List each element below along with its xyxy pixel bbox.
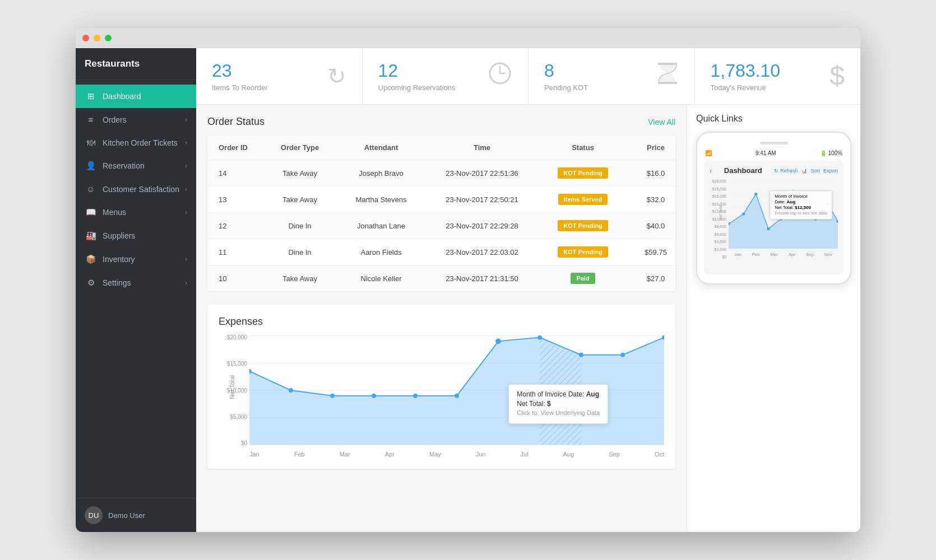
- stat-reservations: 12 Upcoming Reservations: [363, 48, 529, 104]
- sidebar-item-label: Orders: [103, 115, 185, 124]
- phone-speaker: [760, 142, 788, 144]
- main-content: Order Status View All Order ID Order Typ…: [196, 105, 687, 532]
- chevron-right-icon: ›: [185, 255, 187, 263]
- cell-order-id: 12: [219, 222, 263, 230]
- tooltip-net: Net Total: $: [517, 400, 600, 408]
- cell-time: 23-Nov-2017 22:29:28: [426, 222, 538, 230]
- sidebar-item-kitchen[interactable]: 🍽 Kitchen Order Tickets ›: [76, 131, 196, 154]
- chevron-right-icon: ›: [185, 139, 187, 147]
- col-order-id: Order ID: [219, 143, 263, 152]
- cell-price: $32.0: [628, 195, 675, 204]
- chevron-right-icon: ›: [185, 185, 187, 193]
- svg-point-11: [330, 394, 335, 398]
- sidebar-item-reservation[interactable]: 👤 Reservation ›: [76, 154, 196, 178]
- cell-time: 23-Nov-2017 22:50:21: [426, 195, 538, 204]
- stats-row: 23 Items To Reorder ↻ 12 Upcoming Reserv…: [196, 48, 860, 105]
- cell-price: $40.0: [628, 222, 675, 230]
- svg-point-28: [754, 193, 757, 195]
- kitchen-icon: 🍽: [85, 138, 97, 147]
- back-button[interactable]: ‹: [710, 167, 712, 175]
- chevron-right-icon: ›: [185, 208, 187, 216]
- phone-chart-inner: Month of Invoice Date: Aug Net Total: $1…: [729, 179, 838, 257]
- status-badge: KOT Pending: [558, 220, 608, 231]
- sidebar-item-settings[interactable]: ⚙ Settings ›: [76, 271, 196, 295]
- sidebar-item-satisfaction[interactable]: ☺ Customer Satisfaction ›: [76, 178, 196, 200]
- cell-status: Items Served: [538, 194, 628, 205]
- cell-order-type: Dine In: [263, 248, 336, 256]
- sort-button[interactable]: Sort: [810, 168, 820, 174]
- col-order-type: Order Type: [263, 143, 336, 152]
- quick-links-title: Quick Links: [696, 114, 851, 124]
- app-window: Restaurants ⊞ Dashboard ≡ Orders › 🍽 Kit…: [76, 28, 860, 532]
- view-all-link[interactable]: View All: [648, 118, 675, 127]
- right-panel: Quick Links 📶 9:41 AM 🔋 100% ‹ Das: [687, 105, 860, 532]
- sidebar-item-label: Settings: [103, 278, 185, 287]
- status-badge: KOT Pending: [558, 246, 608, 258]
- dollar-icon: $: [830, 63, 845, 90]
- hourglass-icon: [656, 61, 679, 91]
- stat-revenue: 1,783.10 Today's Revenue $: [695, 48, 861, 104]
- sidebar-item-orders[interactable]: ≡ Orders ›: [76, 108, 196, 131]
- reservation-icon: 👤: [85, 161, 97, 171]
- sidebar-item-inventory[interactable]: 📦 Inventory ›: [76, 248, 196, 271]
- phone-tooltip-line3: Net Total: $12,500: [775, 205, 827, 210]
- cell-order-id: 13: [219, 195, 263, 204]
- maximize-button[interactable]: [105, 35, 112, 41]
- cell-price: $59.75: [628, 248, 675, 256]
- expenses-section: Expenses Net Total $20,000 $15,000 $10,0: [207, 305, 675, 469]
- stat-reservations-value: 12: [378, 60, 456, 81]
- sidebar-item-menus[interactable]: 📖 Menus ›: [76, 200, 196, 224]
- cell-status: Paid: [538, 273, 628, 284]
- table-row: 13 Take Away Martha Stevens 23-Nov-2017 …: [207, 186, 675, 213]
- export-button[interactable]: Export: [823, 168, 838, 174]
- phone-status-bar: 📶 9:41 AM 🔋 100%: [704, 150, 844, 156]
- phone-tooltip-line1: Month of Invoice: [775, 194, 827, 199]
- cell-order-id: 10: [219, 274, 263, 283]
- content-area: Order Status View All Order ID Order Typ…: [196, 105, 860, 532]
- cell-attendant: Aaron Fields: [336, 248, 426, 256]
- cell-order-type: Take Away: [263, 195, 336, 204]
- phone-chart: $20,000 $18,000 $16,000 $14,000 $12,000 …: [710, 179, 838, 269]
- svg-point-16: [537, 335, 542, 340]
- svg-point-13: [413, 394, 418, 398]
- sidebar-item-suppliers[interactable]: 🏭 Suppliers: [76, 224, 196, 248]
- close-button[interactable]: [82, 35, 89, 41]
- cell-price: $27.0: [628, 274, 675, 283]
- main-area: 23 Items To Reorder ↻ 12 Upcoming Reserv…: [196, 48, 860, 532]
- clock-icon: [488, 61, 512, 91]
- order-status-header: Order Status View All: [207, 116, 675, 128]
- svg-point-18: [620, 353, 625, 357]
- order-status-title: Order Status: [207, 116, 265, 128]
- chart-tooltip: Month of Invoice Date: Aug Net Total: $ …: [508, 384, 608, 424]
- y-labels: $20,000 $15,000 $10,000 $5,000 $0: [221, 334, 247, 446]
- svg-point-14: [455, 394, 459, 398]
- titlebar: [76, 28, 860, 48]
- phone-mockup: 📶 9:41 AM 🔋 100% ‹ Dashboard ↻ Refresh 📊: [696, 132, 851, 284]
- cell-order-id: 14: [219, 169, 263, 178]
- inventory-icon: 📦: [85, 254, 97, 264]
- cell-time: 23-Nov-2017 22:03:02: [426, 248, 538, 256]
- stat-revenue-value: 1,783.10: [711, 60, 781, 81]
- tooltip-month: Month of Invoice Date: Aug: [517, 390, 600, 398]
- order-table: Order ID Order Type Attendant Time Statu…: [207, 136, 675, 291]
- refresh-button[interactable]: ↻ Refresh: [774, 168, 798, 174]
- sidebar-item-label: Customer Satisfaction: [103, 185, 185, 194]
- phone-x-labels: Jan Feb Mar Apr Sep Nov: [729, 251, 838, 257]
- x-labels: Jan Feb Mar Apr May Jun Jul Aug Sep Oc: [249, 449, 664, 458]
- sidebar-item-dashboard[interactable]: ⊞ Dashboard: [76, 85, 196, 108]
- phone-tooltip-line4: Double tap to see the data: [775, 211, 827, 216]
- stat-reorder: 23 Items To Reorder ↻: [196, 48, 363, 104]
- sidebar-item-label: Reservation: [103, 161, 185, 170]
- cell-order-type: Take Away: [263, 169, 336, 178]
- minimize-button[interactable]: [94, 35, 100, 41]
- table-row: 12 Dine In Jonathan Lane 23-Nov-2017 22:…: [207, 213, 675, 239]
- phone-nav: ‹ Dashboard ↻ Refresh 📊 Sort Export: [710, 166, 838, 175]
- app-body: Restaurants ⊞ Dashboard ≡ Orders › 🍽 Kit…: [76, 48, 860, 532]
- col-time: Time: [426, 143, 538, 152]
- chevron-right-icon: ›: [185, 116, 187, 124]
- chevron-right-icon: ›: [185, 162, 187, 170]
- svg-point-17: [579, 353, 583, 357]
- svg-point-12: [372, 394, 376, 398]
- chart-button[interactable]: 📊: [801, 168, 807, 174]
- status-badge: Paid: [571, 273, 595, 284]
